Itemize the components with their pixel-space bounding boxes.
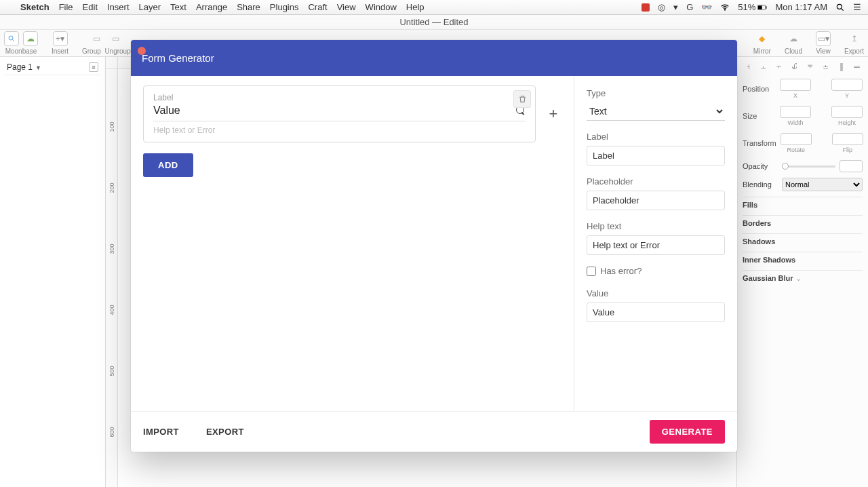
tool-moonbase[interactable]: ☁ Moonbase bbox=[4, 31, 38, 55]
svg-rect-3 bbox=[766, 6, 767, 9]
menu-edit[interactable]: Edit bbox=[83, 2, 98, 12]
app-name[interactable]: Sketch bbox=[20, 2, 50, 12]
opacity-slider[interactable] bbox=[782, 165, 835, 168]
help-input[interactable] bbox=[587, 235, 725, 255]
value-input[interactable] bbox=[587, 303, 725, 322]
menu-plugins[interactable]: Plugins bbox=[270, 2, 299, 12]
section-gaussian-blur[interactable]: Gaussian Blur ⌄ bbox=[743, 270, 863, 286]
google-icon[interactable]: G bbox=[686, 2, 693, 12]
flip-input[interactable] bbox=[832, 133, 863, 145]
menu-window[interactable]: Window bbox=[366, 2, 397, 12]
align-bottom-icon[interactable]: ⫨ bbox=[820, 61, 831, 72]
menu-view[interactable]: View bbox=[337, 2, 356, 12]
field-label: Label bbox=[153, 93, 526, 102]
section-fills[interactable]: Fills bbox=[743, 197, 863, 212]
macos-menubar: Sketch File Edit Insert Layer Text Arran… bbox=[0, 0, 868, 15]
size-w-input[interactable] bbox=[780, 106, 811, 118]
export-button[interactable]: EXPORT bbox=[206, 427, 244, 437]
inspector-panel: ⫞ ⫠ ⫟ ⫝̸ ⫧ ⫨ ‖ ═ Position X Y Size Width… bbox=[736, 57, 868, 487]
layers-panel: Page 1▼ ≡ bbox=[0, 57, 106, 487]
generate-button[interactable]: GENERATE bbox=[650, 420, 725, 444]
close-button[interactable] bbox=[138, 47, 146, 55]
type-select[interactable]: Text bbox=[587, 102, 725, 121]
clock[interactable]: Mon 1:17 AM bbox=[775, 2, 827, 12]
location-icon[interactable]: ◎ bbox=[658, 2, 665, 12]
record-indicator-icon[interactable] bbox=[642, 3, 650, 12]
page-list-icon: ≡ bbox=[89, 62, 98, 72]
section-borders[interactable]: Borders bbox=[743, 215, 863, 231]
has-error-checkbox[interactable]: Has error? bbox=[587, 266, 725, 276]
page-selector[interactable]: Page 1▼ ≡ bbox=[4, 60, 101, 75]
tool-group[interactable]: ▭ ▭ Group Ungroup bbox=[82, 31, 131, 55]
menu-arrange[interactable]: Arrange bbox=[196, 2, 227, 12]
help-label: Help text bbox=[587, 221, 725, 231]
svg-point-6 bbox=[9, 36, 13, 40]
align-top-icon[interactable]: ⫝̸ bbox=[789, 61, 801, 72]
size-h-input[interactable] bbox=[831, 106, 863, 118]
tool-cloud[interactable]: ☁ Cloud bbox=[785, 31, 802, 55]
svg-line-5 bbox=[842, 8, 844, 10]
menu-craft[interactable]: Craft bbox=[308, 2, 327, 12]
field-help-text: Help text or Error bbox=[153, 125, 526, 135]
label-input[interactable] bbox=[587, 146, 725, 165]
dialog-side-panel: Type Text Label Placeholder Help text Ha… bbox=[574, 76, 737, 411]
distribute-v-icon[interactable]: ═ bbox=[851, 61, 863, 72]
blending-select[interactable]: Normal bbox=[782, 178, 863, 191]
dialog-title: Form Generator bbox=[142, 52, 214, 64]
svg-rect-2 bbox=[758, 5, 762, 9]
window-title: Untitled — Edited bbox=[0, 15, 868, 30]
section-inner-shadows[interactable]: Inner Shadows bbox=[743, 252, 863, 267]
section-shadows[interactable]: Shadows bbox=[743, 233, 863, 249]
svg-point-0 bbox=[725, 9, 726, 9]
placeholder-label: Placeholder bbox=[587, 176, 725, 187]
align-left-icon[interactable]: ⫞ bbox=[743, 61, 754, 72]
add-field-button[interactable]: ADD bbox=[143, 153, 193, 177]
align-right-icon[interactable]: ⫟ bbox=[774, 61, 785, 72]
add-row-button[interactable]: + bbox=[545, 106, 561, 122]
form-generator-dialog: Form Generator Label Value Help text or … bbox=[131, 40, 737, 452]
spotlight-icon[interactable] bbox=[835, 3, 845, 12]
dropbox-icon[interactable]: ▾ bbox=[673, 2, 678, 12]
placeholder-input[interactable] bbox=[587, 191, 725, 210]
ungroup-icon: ▭ bbox=[108, 31, 123, 46]
tool-view[interactable]: ▭▾ View bbox=[816, 31, 831, 55]
svg-point-4 bbox=[837, 4, 842, 9]
group-icon: ▭ bbox=[90, 31, 104, 46]
tool-mirror[interactable]: ◆ Mirror bbox=[753, 31, 771, 55]
dialog-main: Label Value Help text or Error + ADD bbox=[131, 76, 574, 411]
menu-layer[interactable]: Layer bbox=[139, 2, 161, 12]
form-field-card[interactable]: Label Value Help text or Error bbox=[143, 85, 536, 142]
dialog-header: Form Generator bbox=[131, 40, 737, 76]
align-center-v-icon[interactable]: ⫧ bbox=[805, 61, 816, 72]
position-x-input[interactable] bbox=[780, 79, 811, 91]
svg-line-7 bbox=[13, 40, 15, 42]
import-button[interactable]: IMPORT bbox=[143, 427, 179, 437]
tool-insert[interactable]: +▾ Insert bbox=[52, 31, 68, 55]
menu-help[interactable]: Help bbox=[406, 2, 425, 12]
field-value[interactable]: Value bbox=[153, 104, 516, 117]
type-label: Type bbox=[587, 88, 725, 98]
delete-field-button[interactable] bbox=[513, 90, 531, 108]
rotate-input[interactable] bbox=[781, 133, 812, 145]
menu-file[interactable]: File bbox=[59, 2, 73, 12]
value-label: Value bbox=[587, 288, 725, 298]
opacity-value[interactable] bbox=[840, 160, 863, 172]
glasses-icon[interactable]: 👓 bbox=[701, 2, 712, 12]
dialog-footer: IMPORT EXPORT GENERATE bbox=[131, 411, 737, 452]
distribute-h-icon[interactable]: ‖ bbox=[835, 61, 847, 72]
ruler-vertical: 100 200 300 400 500 600 bbox=[106, 69, 118, 487]
battery-icon[interactable]: 51% bbox=[738, 2, 767, 12]
label-label: Label bbox=[587, 132, 725, 142]
tool-export[interactable]: ↥ Export bbox=[844, 31, 864, 55]
menu-text[interactable]: Text bbox=[170, 2, 186, 12]
menu-insert[interactable]: Insert bbox=[107, 2, 130, 12]
align-center-h-icon[interactable]: ⫠ bbox=[758, 61, 770, 72]
wifi-icon[interactable] bbox=[720, 3, 730, 12]
ruler-corner bbox=[106, 57, 118, 69]
menu-share[interactable]: Share bbox=[237, 2, 260, 12]
position-y-input[interactable] bbox=[831, 79, 863, 91]
menu-extras-icon[interactable]: ☰ bbox=[853, 2, 861, 12]
